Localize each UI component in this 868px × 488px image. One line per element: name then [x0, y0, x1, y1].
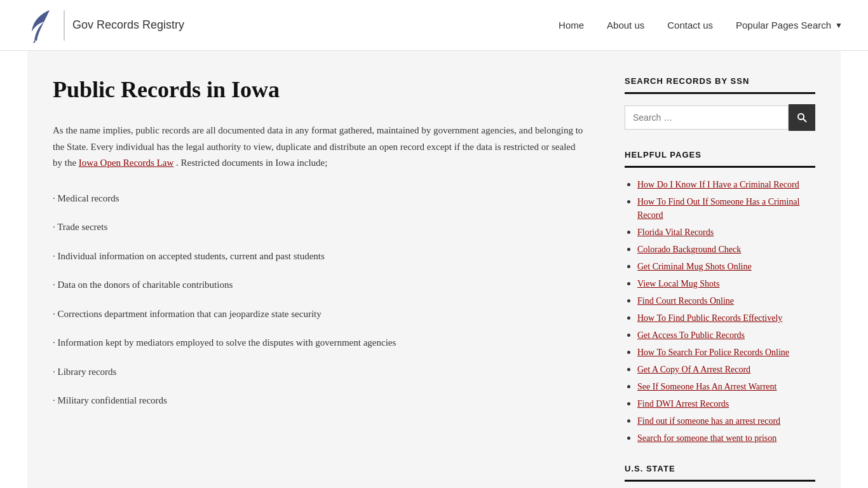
logo-text: Gov Records Registry — [72, 18, 184, 32]
list-item: Get A Copy Of A Arrest Record — [637, 363, 815, 376]
nav-about[interactable]: About us — [607, 20, 644, 30]
intro-text-after-link: . Restricted documents in Iowa include; — [176, 158, 327, 168]
helpful-link[interactable]: How To Find Public Records Effectively — [637, 313, 782, 323]
helpful-link[interactable]: Get Criminal Mug Shots Online — [637, 262, 752, 271]
search-button[interactable] — [789, 104, 815, 131]
nav-popular-dropdown[interactable]: Popular Pages Search ▼ — [736, 20, 843, 30]
nav-contact[interactable]: Contact us — [667, 20, 713, 30]
site-content: Public Records in Iowa As the name impli… — [27, 51, 841, 488]
list-item: Find Court Records Online — [637, 294, 815, 308]
nav-home[interactable]: Home — [559, 20, 584, 30]
logo-divider — [64, 10, 65, 41]
helpful-link[interactable]: See If Someone Has An Arrest Warrent — [637, 382, 776, 391]
sidebar: SEARCH RECORDS BY SSN HELPFUL PAGES How … — [625, 76, 815, 488]
list-item: Search for someone that went to prison — [637, 431, 815, 445]
list-item: Data on the donors of charitable contrib… — [53, 271, 587, 300]
helpful-link[interactable]: Get A Copy Of A Arrest Record — [637, 365, 750, 374]
search-box — [625, 104, 815, 131]
main-content: Public Records in Iowa As the name impli… — [53, 76, 587, 488]
list-item: How To Search For Police Records Online — [637, 346, 815, 359]
svg-line-1 — [803, 119, 806, 122]
helpful-link[interactable]: How Do I Know If I Have a Criminal Recor… — [637, 180, 799, 189]
list-item: Find out if someone has an arrest record — [637, 414, 815, 428]
list-item: Colorado Background Check — [637, 243, 815, 256]
page-title: Public Records in Iowa — [53, 76, 587, 104]
list-item: Find DWI Arrest Records — [637, 397, 815, 410]
search-icon — [797, 112, 807, 123]
helpful-link[interactable]: Find DWI Arrest Records — [637, 399, 729, 409]
helpful-link[interactable]: Colorado Background Check — [637, 245, 741, 254]
list-item: See If Someone Has An Arrest Warrent — [637, 380, 815, 393]
list-item: Information kept by mediators employed t… — [53, 329, 587, 358]
site-header: Gov Records Registry Home About us Conta… — [0, 0, 868, 51]
list-item: Get Criminal Mug Shots Online — [637, 260, 815, 273]
list-item: How To Find Public Records Effectively — [637, 311, 815, 325]
helpful-links-list: How Do I Know If I Have a Criminal Recor… — [625, 178, 815, 445]
logo-icon — [25, 8, 56, 43]
helpful-link[interactable]: How To Find Out If Someone Has a Crimina… — [637, 197, 799, 220]
site-nav: Home About us Contact us Popular Pages S… — [559, 20, 843, 30]
list-item: How Do I Know If I Have a Criminal Recor… — [637, 178, 815, 191]
search-input[interactable] — [625, 105, 789, 130]
site-logo[interactable]: Gov Records Registry — [25, 8, 184, 43]
restricted-list: Medical records Trade secrets Individual… — [53, 184, 587, 416]
helpful-pages-title: HELPFUL PAGES — [625, 150, 815, 168]
list-item: Get Access To Public Records — [637, 329, 815, 342]
helpful-pages-section: HELPFUL PAGES How Do I Know If I Have a … — [625, 150, 815, 445]
list-item: Florida Vital Records — [637, 226, 815, 239]
list-item: Military confidential records — [53, 386, 587, 416]
list-item: Medical records — [53, 184, 587, 214]
helpful-link[interactable]: Get Access To Public Records — [637, 330, 745, 340]
helpful-link[interactable]: Find Court Records Online — [637, 296, 734, 306]
us-state-title: U.S. STATE — [625, 464, 815, 482]
list-item: Trade secrets — [53, 213, 587, 242]
helpful-link[interactable]: How To Search For Police Records Online — [637, 348, 789, 357]
chevron-down-icon: ▼ — [835, 21, 843, 30]
list-item: View Local Mug Shots — [637, 277, 815, 290]
helpful-link[interactable]: View Local Mug Shots — [637, 279, 719, 288]
helpful-link[interactable]: Find out if someone has an arrest record — [637, 416, 780, 426]
list-item: Library records — [53, 358, 587, 387]
search-section: SEARCH RECORDS BY SSN — [625, 76, 815, 131]
search-section-title: SEARCH RECORDS BY SSN — [625, 76, 815, 94]
iowa-open-records-link[interactable]: Iowa Open Records Law — [79, 158, 174, 168]
list-item: Individual information on accepted stude… — [53, 242, 587, 271]
helpful-link[interactable]: Search for someone that went to prison — [637, 433, 776, 443]
intro-paragraph: As the name implies, public records are … — [53, 123, 587, 172]
list-item: How To Find Out If Someone Has a Crimina… — [637, 195, 815, 222]
list-item: Corrections department information that … — [53, 300, 587, 329]
helpful-link[interactable]: Florida Vital Records — [637, 227, 714, 237]
us-state-section: U.S. STATE — [625, 464, 815, 482]
